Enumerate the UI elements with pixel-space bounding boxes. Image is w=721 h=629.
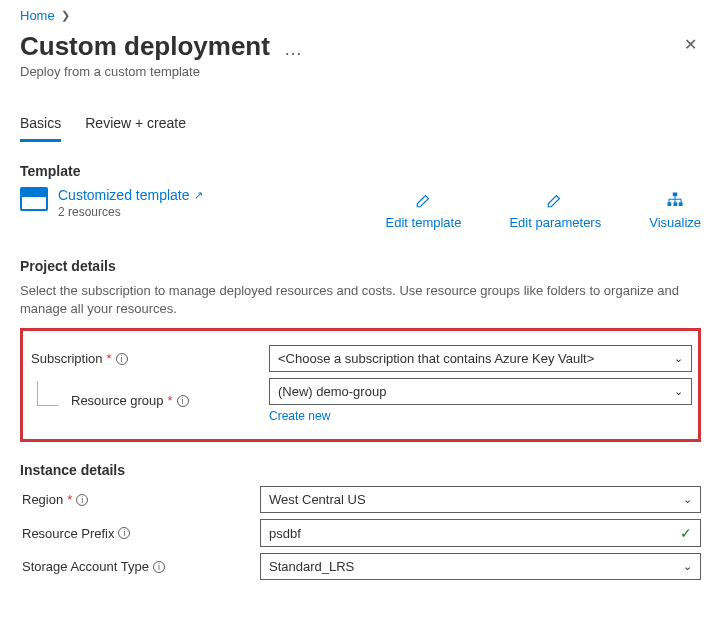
storage-type-value: Standard_LRS	[269, 559, 354, 574]
breadcrumb-home[interactable]: Home	[20, 8, 55, 23]
info-icon[interactable]: i	[118, 527, 130, 539]
info-icon[interactable]: i	[116, 353, 128, 365]
visualize-label: Visualize	[649, 215, 701, 230]
tab-basics[interactable]: Basics	[20, 109, 61, 142]
customized-template-link[interactable]: Customized template ↗	[58, 187, 203, 203]
template-link-label: Customized template	[58, 187, 190, 203]
close-icon[interactable]: ✕	[680, 31, 701, 58]
template-icon	[20, 187, 48, 211]
tabs: Basics Review + create	[20, 109, 701, 143]
edit-parameters-label: Edit parameters	[509, 215, 601, 230]
resource-prefix-input[interactable]: psdbf ✓	[260, 519, 701, 547]
page-title: Custom deployment	[20, 31, 270, 62]
svg-rect-2	[674, 202, 678, 206]
create-new-link[interactable]: Create new	[269, 409, 330, 423]
project-highlight: Subscription* i <Choose a subscription t…	[20, 328, 701, 442]
resource-prefix-label: Resource Prefix i	[20, 526, 260, 541]
svg-rect-1	[668, 202, 672, 206]
storage-type-select[interactable]: Standard_LRS ⌄	[260, 553, 701, 580]
more-icon[interactable]: …	[280, 39, 306, 60]
resource-group-label: Resource group* i	[29, 393, 269, 408]
edit-parameters-button[interactable]: Edit parameters	[509, 191, 601, 230]
section-instance: Instance details	[20, 462, 701, 478]
tab-review[interactable]: Review + create	[85, 109, 186, 142]
chevron-down-icon: ⌄	[683, 493, 692, 506]
pencil-icon	[546, 191, 564, 209]
project-description: Select the subscription to manage deploy…	[20, 282, 701, 318]
visualize-button[interactable]: Visualize	[649, 191, 701, 230]
chevron-down-icon: ⌄	[674, 385, 683, 398]
pencil-icon	[415, 191, 433, 209]
edit-template-label: Edit template	[386, 215, 462, 230]
chevron-down-icon: ⌄	[683, 560, 692, 573]
chevron-down-icon: ⌄	[674, 352, 683, 365]
breadcrumb: Home ❯	[20, 8, 701, 23]
region-value: West Central US	[269, 492, 366, 507]
page-subtitle: Deploy from a custom template	[20, 64, 701, 79]
info-icon[interactable]: i	[153, 561, 165, 573]
subscription-label: Subscription* i	[29, 351, 269, 366]
template-resource-count: 2 resources	[58, 205, 203, 219]
section-project: Project details	[20, 258, 701, 274]
resource-group-select[interactable]: (New) demo-group ⌄	[269, 378, 692, 405]
hierarchy-icon	[666, 191, 684, 209]
subscription-value: <Choose a subscription that contains Azu…	[278, 351, 594, 366]
info-icon[interactable]: i	[177, 395, 189, 407]
region-label: Region* i	[20, 492, 260, 507]
info-icon[interactable]: i	[76, 494, 88, 506]
subscription-select[interactable]: <Choose a subscription that contains Azu…	[269, 345, 692, 372]
external-link-icon: ↗	[194, 189, 203, 202]
resource-group-value: (New) demo-group	[278, 384, 386, 399]
resource-prefix-value: psdbf	[269, 526, 301, 541]
section-template: Template	[20, 163, 701, 179]
checkmark-icon: ✓	[680, 525, 692, 541]
chevron-right-icon: ❯	[61, 9, 70, 22]
edit-template-button[interactable]: Edit template	[386, 191, 462, 230]
svg-rect-0	[673, 193, 678, 197]
region-select[interactable]: West Central US ⌄	[260, 486, 701, 513]
svg-rect-3	[679, 202, 683, 206]
storage-type-label: Storage Account Type i	[20, 559, 260, 574]
